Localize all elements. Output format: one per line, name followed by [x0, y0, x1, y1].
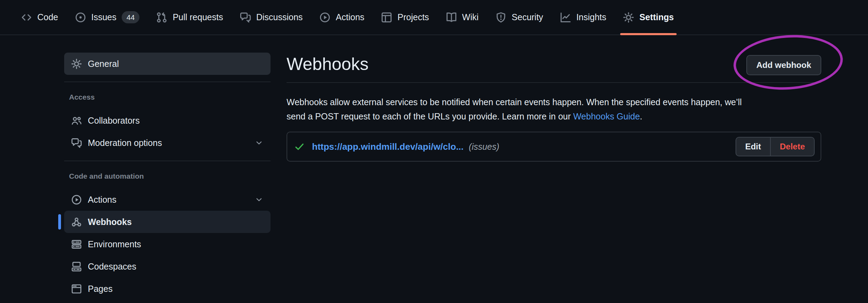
sidebar-item-pages[interactable]: Pages — [64, 278, 271, 300]
server-icon — [71, 239, 82, 250]
tab-discussions[interactable]: Discussions — [231, 0, 311, 34]
sidebar-item-label: Actions — [88, 195, 116, 205]
tab-pull-requests[interactable]: Pull requests — [148, 0, 231, 34]
sidebar-item-label: Environments — [88, 239, 141, 249]
comment-discussion-icon — [71, 138, 82, 148]
play-icon — [71, 194, 82, 205]
sidebar-item-label: General — [88, 59, 119, 69]
sidebar-item-moderation-options[interactable]: Moderation options — [64, 132, 271, 154]
book-icon — [446, 12, 457, 23]
edit-webhook-button[interactable]: Edit — [736, 138, 770, 156]
sidebar-item-collaborators[interactable]: Collaborators — [64, 109, 271, 132]
tab-code[interactable]: Code — [13, 0, 67, 34]
play-icon — [319, 12, 330, 23]
tab-label: Insights — [576, 12, 606, 22]
sidebar-section-code-and-automation: Code and automation — [64, 172, 271, 181]
tab-label: Actions — [336, 12, 364, 22]
tab-settings[interactable]: Settings — [615, 0, 682, 34]
issue-opened-icon — [75, 12, 86, 23]
description-text: send a POST request to each of the URLs … — [287, 111, 573, 121]
sidebar-item-label: Pages — [88, 284, 113, 294]
webhooks-description: Webhooks allow external services to be n… — [287, 95, 821, 124]
tab-issues[interactable]: Issues 44 — [67, 0, 148, 34]
gear-icon — [71, 59, 82, 69]
tab-label: Settings — [639, 12, 674, 22]
tab-insights[interactable]: Insights — [551, 0, 615, 34]
table-icon — [381, 12, 392, 23]
webhooks-settings-panel: Webhooks Add webhook Webhooks allow exte… — [287, 49, 821, 162]
tab-label: Issues — [91, 12, 116, 22]
codespaces-icon — [71, 261, 82, 272]
sidebar-divider — [64, 161, 271, 161]
code-icon — [21, 12, 32, 23]
issues-count-badge: 44 — [122, 11, 139, 23]
sidebar-item-codespaces[interactable]: Codespaces — [64, 255, 271, 278]
chevron-down-icon — [254, 195, 264, 204]
tab-projects[interactable]: Projects — [373, 0, 437, 34]
comment-discussion-icon — [240, 12, 251, 23]
sidebar-section-access: Access — [64, 93, 271, 102]
sidebar-item-label: Collaborators — [88, 116, 140, 126]
tab-wiki[interactable]: Wiki — [437, 0, 487, 34]
settings-sidebar: General Access Collaborators Moderation … — [64, 53, 271, 300]
tab-label: Pull requests — [173, 12, 223, 22]
webhook-url-link[interactable]: https://app.windmill.dev/api/w/clo... — [312, 141, 464, 152]
tab-label: Security — [512, 12, 543, 22]
sidebar-item-general[interactable]: General — [64, 53, 271, 75]
webhooks-guide-link[interactable]: Webhooks Guide — [573, 111, 640, 121]
webhook-events-label: (issues) — [469, 142, 500, 152]
tab-label: Wiki — [462, 12, 479, 22]
check-icon — [294, 141, 305, 152]
webhook-icon — [71, 217, 82, 227]
tab-actions[interactable]: Actions — [311, 0, 373, 34]
sidebar-item-actions[interactable]: Actions — [64, 188, 271, 211]
chevron-down-icon — [254, 138, 264, 147]
sidebar-item-webhooks[interactable]: Webhooks — [64, 211, 271, 233]
add-webhook-button[interactable]: Add webhook — [746, 55, 821, 75]
people-icon — [71, 115, 82, 126]
sidebar-item-label: Moderation options — [88, 138, 162, 148]
tab-label: Discussions — [256, 12, 303, 22]
page-title: Webhooks — [287, 49, 821, 75]
description-period: . — [640, 111, 642, 121]
description-line-1: Webhooks allow external services to be n… — [287, 95, 821, 109]
git-pull-request-icon — [156, 12, 167, 23]
repo-nav: Code Issues 44 Pull requests Discussions… — [0, 0, 868, 35]
webhook-list-item: https://app.windmill.dev/api/w/clo... (i… — [287, 132, 821, 162]
gear-icon — [623, 12, 634, 23]
tab-label: Projects — [397, 12, 429, 22]
tab-label: Code — [37, 12, 58, 22]
description-line-2: send a POST request to each of the URLs … — [287, 109, 821, 124]
sidebar-item-environments[interactable]: Environments — [64, 233, 271, 255]
delete-webhook-button[interactable]: Delete — [770, 138, 814, 156]
main-header: Webhooks Add webhook — [287, 49, 821, 83]
sidebar-item-label: Webhooks — [88, 217, 132, 227]
shield-icon — [495, 12, 507, 23]
sidebar-item-label: Codespaces — [88, 262, 136, 272]
browser-icon — [71, 283, 82, 294]
graph-icon — [560, 12, 571, 23]
tab-security[interactable]: Security — [487, 0, 551, 34]
sidebar-divider — [64, 81, 271, 82]
webhook-actions-group: Edit Delete — [736, 137, 815, 156]
